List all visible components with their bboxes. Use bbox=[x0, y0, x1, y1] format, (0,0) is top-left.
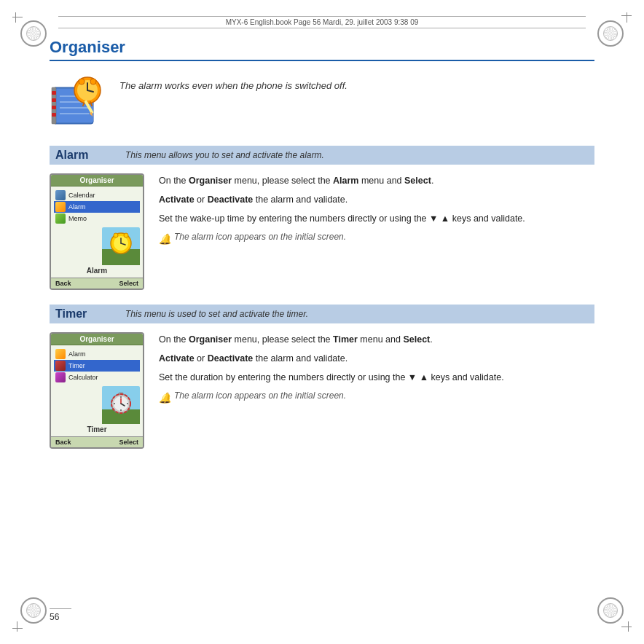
alarm-phone-label: Alarm bbox=[54, 267, 140, 275]
timer-menu-list: Alarm Timer Calculator bbox=[54, 348, 140, 383]
crosshair-tr bbox=[619, 10, 634, 25]
timer-calc-icon bbox=[55, 372, 66, 382]
page-title: Organiser bbox=[50, 38, 594, 61]
svg-rect-10 bbox=[52, 113, 56, 117]
timer-phone-mockup: Organiser Alarm Timer Calculator bbox=[50, 332, 144, 449]
svg-point-28 bbox=[124, 233, 128, 237]
timer-menu-icon bbox=[55, 361, 66, 371]
alarm-note: 🔔 The alarm icon appears on the initial … bbox=[159, 230, 594, 247]
alarm-para-1: On the Organiser menu, please select the… bbox=[159, 173, 594, 188]
crosshair-br bbox=[619, 619, 634, 634]
timer-back-button[interactable]: Back bbox=[55, 439, 71, 446]
crosshair-tl bbox=[10, 10, 25, 25]
alarm-note-text: The alarm icon appears on the initial sc… bbox=[174, 230, 346, 244]
menu-item-alarm-selected: Alarm bbox=[54, 201, 140, 213]
alarm-note-icon: 🔔 bbox=[159, 231, 171, 247]
alarm-section-header: Alarm This menu allows you to set and ac… bbox=[50, 146, 594, 165]
timer-text-content: On the Organiser menu, please select the… bbox=[159, 332, 594, 449]
page-number: 56 bbox=[50, 608, 71, 622]
alarm-phone-mockup: Organiser Calendar Alarm Memo bbox=[50, 173, 144, 290]
menu-item-memo: Memo bbox=[54, 213, 140, 224]
timer-para-1: On the Organiser menu, please select the… bbox=[159, 332, 594, 347]
timer-phone-label: Timer bbox=[54, 425, 140, 433]
alarm-phone-footer: Back Select bbox=[51, 278, 143, 288]
organiser-image bbox=[50, 73, 108, 131]
timer-section-header: Timer This menu is used to set and activ… bbox=[50, 305, 594, 323]
alarm-para-2: Activate or Deactivate the alarm and val… bbox=[159, 192, 594, 207]
timer-note: 🔔 The alarm icon appears on the initial … bbox=[159, 389, 594, 406]
alarm-text-content: On the Organiser menu, please select the… bbox=[159, 173, 594, 290]
timer-menu-label: Timer bbox=[68, 362, 85, 369]
timer-para-2: Activate or Deactivate the alarm and val… bbox=[159, 351, 594, 366]
timer-phone-image bbox=[102, 386, 140, 424]
svg-point-15 bbox=[79, 79, 85, 85]
timer-description: This menu is used to set and activate th… bbox=[125, 309, 308, 319]
timer-note-text: The alarm icon appears on the initial sc… bbox=[174, 389, 346, 403]
alarm-description: This menu allows you to set and activate… bbox=[125, 150, 324, 160]
intro-section: The alarm works even when the phone is s… bbox=[50, 73, 594, 131]
alarm-back-button[interactable]: Back bbox=[55, 280, 71, 287]
timer-menu-item-selected: Timer bbox=[54, 360, 140, 372]
header-text: MYX-6 English.book Page 56 Mardi, 29. ju… bbox=[226, 18, 419, 26]
crosshair-bl bbox=[10, 619, 25, 634]
timer-phone-footer: Back Select bbox=[51, 436, 143, 447]
alarm-content: Organiser Calendar Alarm Memo bbox=[50, 173, 594, 290]
memo-menu-icon bbox=[55, 213, 66, 224]
intro-text: The alarm works even when the phone is s… bbox=[119, 73, 347, 91]
alarm-para-3: Set the wake-up time by entering the num… bbox=[159, 211, 594, 226]
svg-rect-8 bbox=[52, 98, 56, 102]
svg-point-27 bbox=[114, 233, 118, 237]
timer-menu-item-calc: Calculator bbox=[54, 372, 140, 383]
timer-title: Timer bbox=[55, 307, 114, 321]
alarm-select-button[interactable]: Select bbox=[119, 280, 138, 287]
timer-phone-title: Organiser bbox=[51, 334, 143, 345]
svg-rect-7 bbox=[52, 91, 56, 95]
svg-point-16 bbox=[90, 79, 96, 85]
alarm-menu-icon bbox=[55, 202, 66, 212]
menu-item-calendar: Calendar bbox=[54, 189, 140, 201]
main-content: Organiser bbox=[50, 38, 594, 600]
alarm-phone-image bbox=[102, 227, 140, 265]
timer-para-3: Set the duration by entering the numbers… bbox=[159, 370, 594, 385]
timer-phone-body: Alarm Timer Calculator bbox=[51, 345, 143, 436]
alarm-title: Alarm bbox=[55, 149, 114, 162]
timer-select-button[interactable]: Select bbox=[119, 439, 138, 446]
organiser-svg bbox=[50, 73, 108, 131]
alarm-phone-title: Organiser bbox=[51, 175, 143, 186]
timer-menu-item-alarm: Alarm bbox=[54, 348, 140, 360]
calendar-menu-icon bbox=[55, 190, 66, 200]
header-bar: MYX-6 English.book Page 56 Mardi, 29. ju… bbox=[58, 16, 586, 28]
svg-rect-9 bbox=[52, 106, 56, 109]
timer-content: Organiser Alarm Timer Calculator bbox=[50, 332, 594, 449]
alarm-phone-body: Calendar Alarm Memo bbox=[51, 186, 143, 278]
timer-note-icon: 🔔 bbox=[159, 390, 171, 406]
alarm-menu-list: Calendar Alarm Memo bbox=[54, 189, 140, 224]
timer-alarm-icon bbox=[55, 349, 66, 359]
alarm-menu-label: Alarm bbox=[68, 203, 86, 211]
